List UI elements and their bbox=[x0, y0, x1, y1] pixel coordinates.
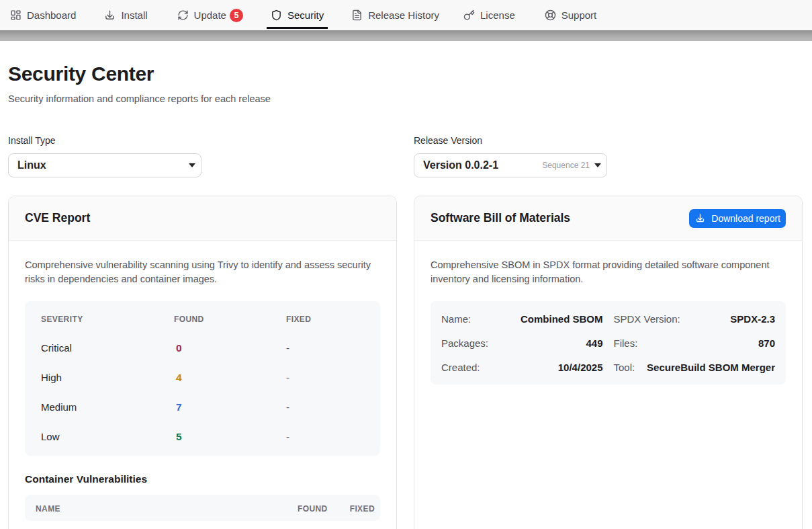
nav-label: Security bbox=[287, 9, 324, 21]
severity-table-header-row: SEVERITY FOUND FIXED bbox=[25, 301, 380, 333]
container-vulnerabilities-title: Container Vulnerabilities bbox=[25, 473, 380, 485]
field-value: 10/4/2025 bbox=[558, 362, 603, 373]
sbom-field-spdx-version: SPDX Version: SPDX-2.3 bbox=[614, 312, 776, 325]
field-label: SPDX Version: bbox=[614, 313, 680, 325]
cve-report-card: CVE Report Comprehensive vulnerability s… bbox=[8, 196, 397, 529]
release-version-select[interactable]: Version 0.0.2-1 Sequence 21 bbox=[414, 153, 607, 177]
fixed-cell: - bbox=[285, 392, 380, 421]
nav-label: Support bbox=[561, 9, 597, 21]
fixed-col-header: FIXED bbox=[285, 301, 380, 333]
field-value: SPDX-2.3 bbox=[730, 313, 775, 325]
field-value: Combined SBOM bbox=[521, 313, 603, 325]
install-type-value: Linux bbox=[17, 159, 189, 171]
sbom-field-files: Files: 870 bbox=[614, 336, 776, 350]
found-cell: 4 bbox=[174, 362, 285, 392]
sbom-card-title: Software Bill of Materials bbox=[431, 211, 570, 225]
field-label: Packages: bbox=[441, 337, 488, 349]
nav-item-support[interactable]: Support bbox=[540, 0, 602, 30]
sbom-field-name: Name: Combined SBOM bbox=[441, 312, 603, 325]
field-label: Tool: bbox=[614, 362, 635, 373]
cve-card-title: CVE Report bbox=[25, 211, 90, 225]
field-value: SecureBuild SBOM Merger bbox=[647, 362, 775, 373]
update-count-badge: 5 bbox=[230, 9, 243, 22]
install-type-filter: Install Type Linux bbox=[8, 135, 397, 177]
found-col-header: FOUND bbox=[298, 504, 328, 514]
severity-cell: Critical bbox=[25, 333, 174, 362]
nav-item-license[interactable]: License bbox=[459, 0, 520, 30]
refresh-icon bbox=[177, 9, 189, 21]
sbom-field-packages: Packages: 449 bbox=[441, 336, 603, 350]
filters-row: Install Type Linux Release Version Versi… bbox=[8, 135, 803, 177]
nav-item-security[interactable]: Security bbox=[266, 0, 328, 30]
release-version-meta: Sequence 21 bbox=[542, 161, 590, 170]
sbom-field-created: Created: 10/4/2025 bbox=[441, 360, 603, 374]
cve-card-body: Comprehensive vulnerability scanning usi… bbox=[9, 241, 396, 529]
release-version-value: Version 0.0.2-1 bbox=[423, 159, 542, 171]
sbom-details-panel: Name: Combined SBOM SPDX Version: SPDX-2… bbox=[431, 301, 786, 384]
fixed-cell: - bbox=[285, 362, 380, 392]
found-cell: 0 bbox=[174, 333, 285, 362]
sbom-field-tool: Tool: SecureBuild SBOM Merger bbox=[614, 360, 776, 374]
top-nav: Dashboard Install Update 5 Security Rele… bbox=[0, 0, 812, 30]
field-label: Files: bbox=[614, 337, 638, 349]
download-icon bbox=[695, 213, 705, 223]
nav-label: License bbox=[480, 9, 515, 21]
download-report-button[interactable]: Download report bbox=[689, 209, 786, 228]
sbom-card-header: Software Bill of Materials Download repo… bbox=[414, 196, 802, 241]
release-version-filter: Release Version Version 0.0.2-1 Sequence… bbox=[414, 135, 803, 177]
download-icon bbox=[104, 9, 116, 21]
severity-table-panel: SEVERITY FOUND FIXED Critical 0 - bbox=[25, 301, 380, 456]
severity-table: SEVERITY FOUND FIXED Critical 0 - bbox=[25, 301, 380, 451]
download-report-label: Download report bbox=[711, 213, 780, 224]
table-row-medium: Medium 7 - bbox=[25, 392, 380, 421]
fixed-col-header: FIXED bbox=[350, 504, 375, 514]
cve-description: Comprehensive vulnerability scanning usi… bbox=[25, 258, 380, 286]
severity-col-header: SEVERITY bbox=[25, 301, 174, 333]
nav-item-dashboard[interactable]: Dashboard bbox=[5, 0, 81, 30]
severity-cell: Low bbox=[25, 421, 174, 451]
severity-cell: High bbox=[25, 362, 174, 392]
nav-label: Update bbox=[194, 9, 226, 21]
nav-item-release-history[interactable]: Release History bbox=[347, 0, 444, 30]
cards-row: CVE Report Comprehensive vulnerability s… bbox=[8, 196, 803, 529]
page-subtitle: Security information and compliance repo… bbox=[8, 93, 803, 104]
nav-label: Dashboard bbox=[27, 9, 76, 21]
nav-item-install[interactable]: Install bbox=[99, 0, 152, 30]
container-table-header: NAME FOUND FIXED bbox=[25, 495, 380, 521]
nav-shadow-band bbox=[0, 30, 812, 41]
install-type-label: Install Type bbox=[8, 135, 397, 146]
chevron-down-icon bbox=[189, 163, 195, 167]
sbom-description: Comprehensive SBOM in SPDX format provid… bbox=[431, 258, 786, 286]
table-row-low: Low 5 - bbox=[25, 421, 380, 451]
cve-card-header: CVE Report bbox=[9, 196, 396, 241]
fixed-cell: - bbox=[285, 421, 380, 451]
sbom-card: Software Bill of Materials Download repo… bbox=[414, 196, 803, 529]
field-label: Name: bbox=[441, 313, 471, 325]
nav-label: Release History bbox=[368, 9, 439, 21]
page-title: Security Center bbox=[8, 63, 803, 85]
dashboard-icon bbox=[10, 9, 21, 21]
table-row-high: High 4 - bbox=[25, 362, 380, 392]
shield-icon bbox=[271, 9, 282, 21]
install-type-select[interactable]: Linux bbox=[8, 153, 201, 177]
name-col-header: NAME bbox=[36, 504, 298, 514]
field-value: 870 bbox=[758, 337, 775, 349]
life-buoy-icon bbox=[545, 9, 556, 21]
table-row-critical: Critical 0 - bbox=[25, 333, 380, 362]
found-cell: 7 bbox=[174, 392, 285, 421]
fixed-cell: - bbox=[285, 333, 380, 362]
field-value: 449 bbox=[586, 337, 602, 349]
release-version-label: Release Version bbox=[414, 135, 803, 146]
found-col-header: FOUND bbox=[174, 301, 285, 333]
file-text-icon bbox=[351, 9, 363, 21]
found-cell: 5 bbox=[174, 421, 285, 451]
severity-cell: Medium bbox=[25, 392, 174, 421]
key-icon bbox=[463, 9, 475, 21]
chevron-down-icon bbox=[594, 163, 601, 167]
nav-item-update[interactable]: Update 5 bbox=[173, 0, 248, 30]
field-label: Created: bbox=[441, 362, 480, 373]
nav-label: Install bbox=[121, 9, 147, 21]
main-content: Security Center Security information and… bbox=[0, 63, 812, 529]
sbom-card-body: Comprehensive SBOM in SPDX format provid… bbox=[414, 241, 802, 401]
